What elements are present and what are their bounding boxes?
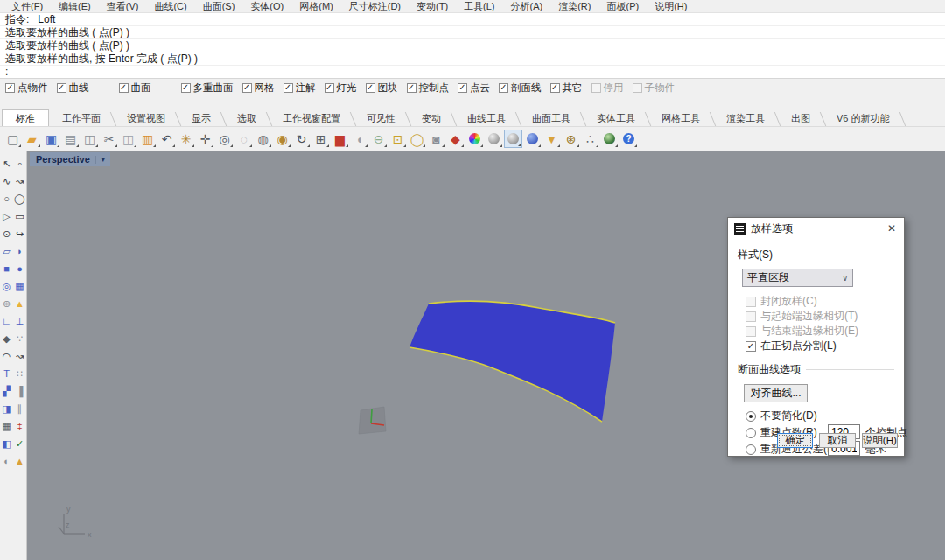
rectangle-icon[interactable]: ▭	[14, 209, 26, 223]
dialog-checkbox-2[interactable]: 与结束端边缘相切(E)	[746, 324, 894, 339]
detail-icon[interactable]: ▐	[14, 384, 26, 398]
paste-icon[interactable]: ▥	[138, 130, 157, 148]
tab-网格工具[interactable]: 网格工具	[648, 110, 713, 126]
dialog-checkbox-0[interactable]: 封闭放样(C)	[746, 294, 894, 309]
polyline-icon[interactable]: ∿	[1, 174, 13, 188]
help-icon[interactable]: ?	[620, 130, 638, 148]
command-history[interactable]: 指令: _Loft选取要放样的曲线 ( 点(P) )选取要放样的曲线 ( 点(P…	[0, 12, 945, 79]
globe-icon[interactable]	[600, 130, 619, 148]
move-icon[interactable]: ✛	[196, 130, 214, 148]
sphere-pressed-icon[interactable]	[504, 130, 522, 148]
menu-item-0[interactable]: 文件(F)	[4, 0, 51, 13]
text-icon[interactable]: T	[1, 367, 13, 381]
lock-icon[interactable]: ◙	[427, 130, 445, 148]
ellipse-icon[interactable]: ◯	[14, 192, 26, 206]
four-views-icon[interactable]: ⊞	[312, 130, 330, 148]
new-file-icon[interactable]: ▢	[4, 130, 22, 148]
filter-停用[interactable]: 停用	[592, 81, 624, 94]
filter-其它[interactable]: ✓其它	[550, 81, 583, 94]
tab-设置视图[interactable]: 设置视图	[114, 110, 178, 126]
perspective-viewport[interactable]: y x z Perspective ▼ 放样选项 ✕ 样式(S) 平直区段	[26, 151, 945, 560]
filter-多重曲面[interactable]: ✓多重曲面	[181, 81, 234, 94]
copy-detail-icon[interactable]: ◫	[80, 130, 99, 148]
tab-工作视窗配置[interactable]: 工作视窗配置	[270, 110, 354, 126]
gumball-icon[interactable]: ◨	[1, 402, 13, 416]
surface-curved-icon[interactable]: ◗	[14, 244, 26, 258]
cancel-button[interactable]: 取消	[819, 433, 855, 448]
chamfer-edge-icon[interactable]: ⊥	[14, 314, 26, 328]
dialog-checkbox-3[interactable]: ✓在正切点分割(L)	[746, 339, 894, 354]
filter-控制点[interactable]: ✓控制点	[407, 81, 450, 94]
filter-图块[interactable]: ✓图块	[366, 81, 398, 94]
tools-icon[interactable]: ◧	[1, 437, 13, 451]
select-arrow-icon[interactable]: ↖	[1, 157, 13, 171]
dialog-checkbox-1[interactable]: 与起始端边缘相切(T)	[746, 309, 894, 324]
selection-cone-icon[interactable]: ▼	[542, 130, 561, 148]
curve-fillet-icon[interactable]: ◠	[1, 349, 13, 363]
zoom-window-icon[interactable]: ◍	[254, 130, 272, 148]
style-dropdown[interactable]: 平直区段 ∨	[742, 269, 853, 287]
filter-曲线[interactable]: ✓曲线	[57, 81, 89, 94]
patch-icon[interactable]: ▦	[14, 279, 26, 293]
sphere-gray-icon[interactable]	[485, 130, 503, 148]
viewport-menu-caret-icon[interactable]: ▼	[95, 156, 107, 164]
menu-item-6[interactable]: 网格(M)	[291, 0, 341, 13]
cut-icon[interactable]: ✂	[100, 130, 118, 148]
copy-icon[interactable]: ◫	[119, 130, 137, 148]
osnap-icon[interactable]: ⊡	[388, 130, 407, 148]
check-icon[interactable]: ✓	[14, 437, 26, 451]
color-wheel-icon[interactable]	[466, 130, 484, 148]
sphere-blue-icon[interactable]	[523, 130, 542, 148]
menu-item-12[interactable]: 面板(P)	[598, 0, 647, 13]
fillet-edge-icon[interactable]: ∟	[1, 314, 13, 328]
tab-选取[interactable]: 选取	[224, 110, 270, 126]
zoom-icon[interactable]: ◎	[215, 130, 234, 148]
tab-可见性[interactable]: 可见性	[354, 110, 409, 126]
blocks-icon[interactable]: ▞	[1, 384, 13, 398]
align-curves-button[interactable]: 对齐曲线...	[744, 384, 808, 402]
filter-灯光[interactable]: ✓灯光	[325, 81, 357, 94]
tab-变动[interactable]: 变动	[409, 110, 454, 126]
tab-出图[interactable]: 出图	[778, 110, 823, 126]
tab-V6 的新功能[interactable]: V6 的新功能	[823, 110, 903, 126]
menu-item-8[interactable]: 变动(T)	[409, 0, 456, 13]
pan-hand-icon[interactable]: ✳	[177, 130, 195, 148]
close-icon[interactable]: ✕	[886, 222, 898, 234]
pole-icon[interactable]: ‡	[14, 419, 26, 433]
hide-objects-icon[interactable]: ⊖	[369, 130, 388, 148]
menu-item-13[interactable]: 说明(H)	[647, 0, 695, 13]
shaded-view-icon[interactable]: ◖	[350, 130, 368, 148]
tab-工作平面[interactable]: 工作平面	[49, 110, 114, 126]
menu-item-5[interactable]: 实体(O)	[242, 0, 291, 13]
menu-item-4[interactable]: 曲面(S)	[195, 0, 243, 13]
menu-item-1[interactable]: 编辑(E)	[51, 0, 99, 13]
box-icon[interactable]: ■	[1, 262, 13, 276]
tab-显示[interactable]: 显示	[178, 110, 224, 126]
circle-center-icon[interactable]: ⊙	[1, 227, 13, 241]
layers-icon[interactable]: ◆	[446, 130, 465, 148]
ok-button[interactable]: 确定	[777, 433, 813, 448]
filter-点物件[interactable]: ✓点物件	[5, 81, 48, 94]
tab-曲线工具[interactable]: 曲线工具	[454, 110, 519, 126]
boolean-diff-icon[interactable]: ◆	[1, 332, 13, 346]
zoom-selected-icon[interactable]: ◉	[273, 130, 291, 148]
filter-注解[interactable]: ✓注解	[284, 81, 316, 94]
zoom-dynamic-icon[interactable]: ◌	[234, 130, 253, 148]
curve-handle-icon[interactable]: ↝	[14, 349, 26, 363]
history-icon[interactable]: ∴	[581, 130, 599, 148]
pyramid-icon[interactable]: ▲	[14, 454, 26, 468]
filter-曲面[interactable]: ✓曲面	[119, 81, 151, 94]
spheres-icon[interactable]: ●	[14, 262, 26, 276]
menu-item-3[interactable]: 曲线(C)	[146, 0, 194, 13]
tab-实体工具[interactable]: 实体工具	[584, 110, 648, 126]
menu-item-9[interactable]: 工具(L)	[456, 0, 502, 13]
dialog-radio-0[interactable]: 不要简化(D)	[746, 408, 894, 424]
open-folder-icon[interactable]: ▰	[23, 130, 41, 148]
menu-item-7[interactable]: 尺寸标注(D)	[341, 0, 409, 13]
lamp-icon[interactable]: ◯	[408, 130, 426, 148]
filter-剖面线[interactable]: ✓剖面线	[499, 81, 542, 94]
control-curve-icon[interactable]: ↝	[14, 174, 26, 188]
loft-surface[interactable]	[410, 301, 615, 422]
columns-icon[interactable]: ∥	[14, 402, 26, 416]
gears-icon[interactable]: ⊛	[562, 130, 580, 148]
